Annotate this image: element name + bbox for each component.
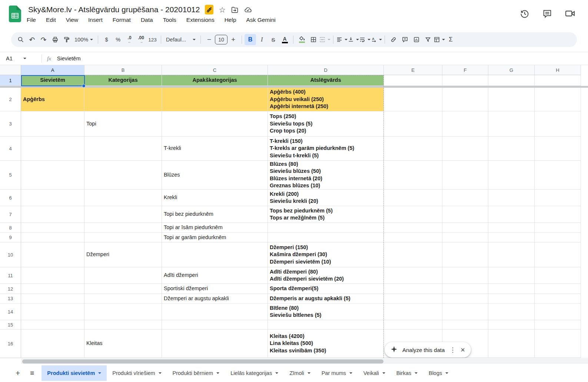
cell-C7[interactable]: Topi bez piedurknēm: [162, 206, 268, 223]
cell-B4[interactable]: [84, 137, 162, 161]
insert-chart-button[interactable]: [411, 34, 422, 45]
cell-A14[interactable]: [21, 304, 84, 320]
cell-D2[interactable]: Apģērbs (400) Apģērbu veikali (250) Apģē…: [268, 88, 384, 111]
sheet-tab-produkti-sievietēm[interactable]: Produkti sievietēm: [41, 365, 107, 381]
cell-C9[interactable]: Topi ar garām piedurknēm: [162, 233, 268, 242]
chevron-down-icon[interactable]: [349, 372, 352, 374]
redo-icon[interactable]: ↷: [38, 34, 49, 45]
row-header-6[interactable]: 6: [0, 190, 21, 206]
cell-D4[interactable]: T-krekli (150) T-krekls ar garām piedurk…: [268, 137, 384, 161]
cell-D16[interactable]: Kleitas (4200) Lina kleitas (500) Kleita…: [268, 329, 384, 358]
number-format-button[interactable]: 123: [147, 34, 158, 45]
star-icon[interactable]: ☆: [219, 6, 226, 14]
column-header-D[interactable]: D: [268, 65, 384, 75]
cell-A15[interactable]: [21, 320, 84, 329]
cell-B8[interactable]: [84, 223, 162, 233]
cell-G9[interactable]: [488, 233, 535, 242]
sheets-logo-icon[interactable]: [9, 6, 21, 24]
cell-B12[interactable]: [84, 284, 162, 294]
cell-C1[interactable]: Apakškategorijas: [162, 75, 268, 86]
horizontal-align-button[interactable]: [336, 34, 348, 45]
print-icon[interactable]: [49, 34, 61, 45]
cell-B6[interactable]: [84, 190, 162, 206]
cell-G14[interactable]: [488, 304, 535, 320]
chevron-down-icon[interactable]: [98, 372, 101, 374]
column-header-E[interactable]: E: [384, 65, 442, 75]
row-header-11[interactable]: 11: [0, 267, 21, 284]
cell-C8[interactable]: Topi ar īsām piedurknēm: [162, 223, 268, 233]
cell-C4[interactable]: T-krekli: [162, 137, 268, 161]
fill-color-button[interactable]: [296, 34, 308, 45]
all-sheets-icon[interactable]: ≡: [30, 369, 34, 377]
cell-E9[interactable]: [384, 233, 442, 242]
cell-A9[interactable]: [21, 233, 84, 242]
decrease-decimal-button[interactable]: .0←: [124, 34, 135, 45]
cell-C15[interactable]: [162, 320, 268, 329]
cell-F11[interactable]: [442, 267, 488, 284]
cell-F7[interactable]: [442, 206, 488, 223]
formula-input[interactable]: Sievietēm: [57, 56, 81, 61]
cell-H12[interactable]: [535, 284, 581, 294]
cell-D13[interactable]: Džemperis ar augstu apkakli (5): [268, 294, 384, 304]
row-header-4[interactable]: 4: [0, 137, 21, 161]
cell-A11[interactable]: [21, 267, 84, 284]
cell-D15[interactable]: [268, 320, 384, 329]
cell-E10[interactable]: [384, 242, 442, 267]
cell-D1[interactable]: Atslēgvārds: [268, 75, 384, 86]
menu-data[interactable]: Data: [141, 17, 153, 23]
cell-F2[interactable]: [442, 88, 488, 111]
cell-B5[interactable]: [84, 161, 162, 190]
cell-G12[interactable]: [488, 284, 535, 294]
cell-G4[interactable]: [488, 137, 535, 161]
column-header-A[interactable]: A: [21, 65, 84, 75]
cell-H3[interactable]: [535, 111, 581, 137]
format-percent-button[interactable]: %: [112, 34, 124, 45]
cell-B2[interactable]: [84, 88, 162, 111]
cell-H10[interactable]: [535, 242, 581, 267]
cell-H13[interactable]: [535, 294, 581, 304]
comments-icon[interactable]: [542, 9, 552, 20]
increase-decimal-button[interactable]: .00→: [135, 34, 147, 45]
undo-icon[interactable]: ↶: [26, 34, 38, 45]
chevron-down-icon[interactable]: [308, 372, 310, 374]
font-size-input[interactable]: 10: [215, 34, 227, 45]
row-header-15[interactable]: 15: [0, 320, 21, 329]
document-title[interactable]: Sky&More.lv - Atslēgvārdu grupēšana - 20…: [28, 5, 200, 14]
cell-G8[interactable]: [488, 223, 535, 233]
chevron-down-icon[interactable]: [445, 372, 448, 374]
bold-button[interactable]: B: [245, 34, 256, 45]
cell-B1[interactable]: Kategorijas: [84, 75, 162, 86]
cell-F14[interactable]: [442, 304, 488, 320]
row-header-8[interactable]: 8: [0, 223, 21, 233]
cell-H9[interactable]: [535, 233, 581, 242]
menu-help[interactable]: Help: [225, 17, 236, 23]
row-header-1[interactable]: 1: [0, 75, 21, 86]
cell-A8[interactable]: [21, 223, 84, 233]
zoom-select[interactable]: 100%: [72, 34, 95, 45]
row-header-12[interactable]: 12: [0, 284, 21, 294]
cell-B13[interactable]: [84, 294, 162, 304]
cell-H2[interactable]: [535, 88, 581, 111]
cell-C13[interactable]: Džemperi ar augstu apkakli: [162, 294, 268, 304]
cell-E2[interactable]: [384, 88, 442, 111]
cell-H5[interactable]: [535, 161, 581, 190]
format-currency-button[interactable]: $: [101, 34, 112, 45]
cell-D7[interactable]: Tops bez piedurknēm (5) Tops ar mežģīnēm…: [268, 206, 384, 223]
cell-G5[interactable]: [488, 161, 535, 190]
chevron-down-icon[interactable]: [275, 372, 278, 374]
column-header-G[interactable]: G: [488, 65, 535, 75]
column-header-B[interactable]: B: [84, 65, 162, 75]
sheet-tab-produkti-vīriešiem[interactable]: Produkti vīriešiem: [107, 365, 167, 381]
move-to-folder-icon[interactable]: [231, 6, 239, 14]
row-header-9[interactable]: 9: [0, 233, 21, 242]
cell-E8[interactable]: [384, 223, 442, 233]
borders-button[interactable]: [308, 34, 319, 45]
cell-G16[interactable]: [488, 329, 535, 358]
increase-font-size-button[interactable]: +: [227, 34, 239, 45]
cell-D10[interactable]: Džemperi (150) Kašmira džemperi (30) Dže…: [268, 242, 384, 267]
select-all-corner[interactable]: [0, 65, 21, 75]
row-header-10[interactable]: 10: [0, 242, 21, 267]
cell-A7[interactable]: [21, 206, 84, 223]
cell-D5[interactable]: Blūzes (80) Sieviešu blūzes (50) Blūzes …: [268, 161, 384, 190]
cell-G7[interactable]: [488, 206, 535, 223]
